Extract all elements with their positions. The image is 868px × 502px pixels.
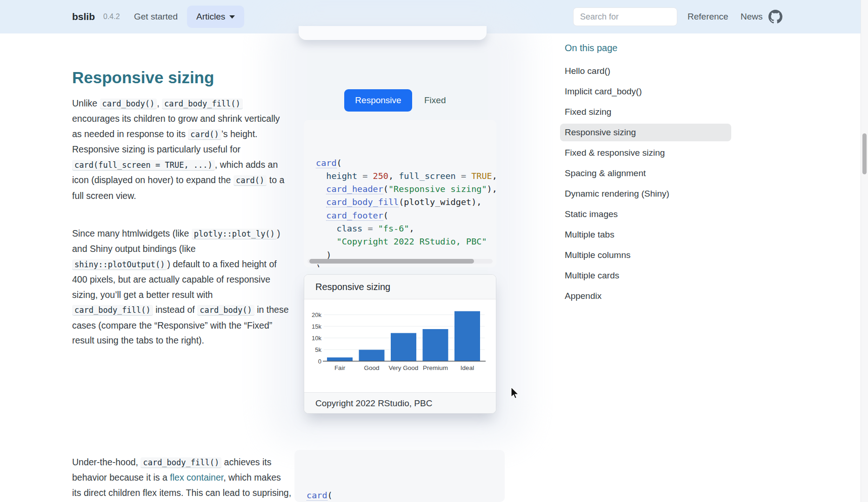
version-label: 0.4.2 [103,0,120,33]
toc-item-static-images[interactable]: Static images [560,205,731,223]
inline-code[interactable]: card_body_fill() [162,99,243,109]
svg-text:Fair: Fair [334,364,346,371]
toc-item-fixed-responsive-sizing[interactable]: Fixed & responsive sizing [560,144,731,162]
inline-code[interactable]: card_body() [197,305,254,316]
code-token: TRUE [471,171,492,181]
toc-item-responsive-sizing[interactable]: Responsive sizing [560,124,731,141]
svg-text:Good: Good [364,364,379,371]
toc-item-hello-card[interactable]: Hello card() [560,62,731,80]
inline-code[interactable]: card_body_fill() [140,457,221,468]
code-token: "Copyright 2022 RStudio, PBC" [337,237,487,246]
code-token: , [409,224,414,233]
toc-item-spacing-alignment[interactable]: Spacing & alignment [560,165,731,182]
code-token: 250 [373,171,388,181]
code-token [316,237,337,246]
svg-text:Ideal: Ideal [461,364,474,371]
plotly-bar-chart[interactable]: 05k10k15k20kFairGoodVery GoodPremiumIdea… [304,299,496,394]
bar-fair[interactable] [327,357,353,361]
svg-text:15k: 15k [312,323,321,330]
on-this-page-title: On this page [560,41,731,55]
article-column: Responsive sizing Unlike card_body(), ca… [72,33,292,502]
tab-responsive[interactable]: Responsive [344,89,412,112]
paragraph: Under-the-hood, card_body_fill() achieve… [72,455,292,502]
code-function-link[interactable]: card_body_fill [326,197,399,207]
code-token: height [326,171,357,181]
text-link[interactable]: flex container [170,472,223,482]
code-token: , [492,171,496,181]
nav-get-started[interactable]: Get started [134,0,178,33]
card-footer: Copyright 2022 RStudio, PBC [304,392,496,414]
code-token: ( [399,197,404,207]
bar-good[interactable] [359,350,385,362]
toc-item-multiple-cards[interactable]: Multiple cards [560,267,731,284]
page: bslib 0.4.2 Get started Articles Referen… [0,0,868,502]
code-token: "fs-6" [378,224,409,233]
code-token [316,211,326,220]
code-function-link[interactable]: card [316,158,337,168]
code-token: full_screen [399,171,456,181]
svg-text:Very Good: Very Good [389,364,419,371]
inline-code[interactable]: card_body() [100,99,157,109]
nav-articles-dropdown[interactable]: Articles [187,0,244,33]
code-line: "Copyright 2022 RStudio, PBC" [316,235,496,248]
code-function-link[interactable]: card [307,490,327,501]
svg-text:0: 0 [318,358,321,365]
bar-very-good[interactable] [391,333,416,362]
code-token: plotly_widget [404,197,471,207]
inline-code[interactable]: card() [188,129,221,140]
toc-item-multiple-columns[interactable]: Multiple columns [560,246,731,264]
inline-code[interactable]: plotly::plot_ly() [192,229,277,239]
inline-code[interactable]: shiny::plotOutput() [72,259,167,270]
code-function-link[interactable]: card_footer [326,211,383,221]
bar-premium[interactable] [423,329,448,361]
toc-item-fixed-sizing[interactable]: Fixed sizing [560,103,731,121]
code-line: class = "fs-6", [316,222,496,235]
code-token: ), [487,184,496,194]
toc-item-multiple-tabs[interactable]: Multiple tabs [560,226,731,244]
toc-item-appendix[interactable]: Appendix [560,287,731,305]
code-token: , [388,171,399,181]
svg-text:Premium: Premium [423,364,448,371]
code-token: ( [327,490,333,500]
code-line: card( [307,488,505,502]
github-icon[interactable] [768,10,782,24]
code-token [316,197,326,207]
nav-news[interactable]: News [741,0,763,33]
nav-articles-label: Articles [196,12,225,22]
page-scrollbar-thumb[interactable] [862,133,867,174]
code-token [316,224,337,233]
code-token: = [362,224,378,233]
code-lines: card( height = 250, full_screen = TRUE, … [307,488,505,502]
inline-code[interactable]: card() [234,175,267,186]
code-horizontal-scrollbar [307,259,493,264]
search-input[interactable] [573,7,677,26]
code-token [316,171,326,181]
code-token: "Responsive sizing" [388,184,487,194]
svg-text:20k: 20k [312,311,321,318]
inline-code[interactable]: card(full_screen = TRUE, ...) [72,160,215,171]
code-line: card_body_fill(plotly_widget), [316,196,496,209]
code-scrollbar-thumb[interactable] [309,259,474,264]
responsive-sizing-card: Responsive sizing 05k10k15k20kFairGoodVe… [304,274,496,414]
bar-ideal[interactable] [454,311,480,362]
page-scrollbar[interactable] [861,0,868,502]
code-token: ), [471,197,481,207]
tab-fixed[interactable]: Fixed [424,89,446,112]
on-this-page-nav: On this page Hello card()Implicit card_b… [560,41,731,308]
brand[interactable]: bslib [72,0,95,33]
code-block-responsive: card( height = 250, full_screen = TRUE, … [304,120,496,267]
code-token [316,184,326,194]
nav-reference[interactable]: Reference [688,0,728,33]
svg-text:5k: 5k [315,346,321,353]
code-line: card_footer( [316,209,496,222]
code-token: = [357,171,373,181]
code-token: = [456,171,471,181]
paragraph: Unlike card_body(), card_body_fill() enc… [72,96,292,204]
inline-code[interactable]: card_body_fill() [72,305,153,316]
code-line: card_header("Responsive sizing"), [316,183,496,196]
code-line: height = 250, full_screen = TRUE, [316,170,496,183]
code-function-link[interactable]: card_header [326,184,383,194]
toc-item-dynamic-rendering-shiny[interactable]: Dynamic rendering (Shiny) [560,185,731,203]
svg-text:10k: 10k [312,335,321,342]
toc-item-implicit-card-body[interactable]: Implicit card_body() [560,83,731,100]
